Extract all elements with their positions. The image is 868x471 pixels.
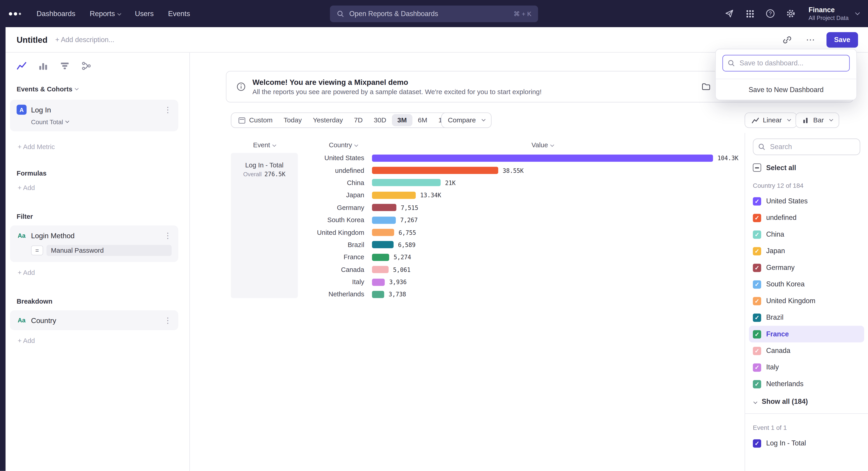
aggregation-label: Count Total — [31, 119, 63, 125]
filter-value-field[interactable]: Manual Password — [46, 245, 172, 256]
breakdown-card-country[interactable]: Aa Country ⋮ — [10, 310, 178, 330]
nav-events[interactable]: Events — [168, 9, 190, 18]
bar-track: 38.55K — [372, 167, 745, 174]
range-custom[interactable]: Custom — [233, 114, 278, 126]
breakdown-kebab-icon[interactable]: ⋮ — [164, 316, 172, 324]
filter-section-label: Filter — [17, 213, 189, 220]
checkbox-brazil[interactable]: ✓ — [753, 313, 761, 322]
bar-value-label: 38.55K — [503, 167, 524, 174]
range-yesterday[interactable]: Yesterday — [307, 114, 348, 126]
compare-button[interactable]: Compare — [441, 112, 491, 128]
add-filter-button[interactable]: + Add — [18, 269, 189, 276]
bar-japan[interactable] — [372, 192, 416, 199]
column-header-value[interactable]: Value — [372, 141, 713, 149]
project-switcher[interactable]: Finance All Project Data — [809, 6, 859, 21]
checkbox-japan[interactable]: ✓ — [753, 247, 761, 255]
bar-value-label: 3,738 — [389, 291, 406, 298]
checkbox-italy[interactable]: ✓ — [753, 363, 761, 372]
bar-south-korea[interactable] — [372, 216, 396, 224]
flows-icon[interactable] — [80, 60, 92, 72]
range-30d[interactable]: 30D — [368, 114, 392, 126]
bar-chart-icon[interactable] — [37, 60, 49, 72]
country-item-italy[interactable]: ✓Italy — [749, 359, 864, 376]
add-metric-button[interactable]: + Add Metric — [18, 143, 189, 151]
checkbox-china[interactable]: ✓ — [753, 230, 761, 239]
checkbox-united-states[interactable]: ✓ — [753, 197, 761, 205]
country-item-united-states[interactable]: ✓United States — [749, 193, 864, 209]
filter-kebab-icon[interactable]: ⋮ — [164, 232, 172, 239]
legend-search-input[interactable] — [753, 139, 860, 155]
checkbox-netherlands[interactable]: ✓ — [753, 380, 761, 388]
metric-card-log-in[interactable]: A Log In ⋮ Count Total — [10, 100, 178, 131]
bar-france[interactable] — [372, 254, 389, 261]
bar-china[interactable] — [372, 179, 441, 186]
range-7d[interactable]: 7D — [348, 114, 368, 126]
country-item-netherlands[interactable]: ✓Netherlands — [749, 376, 864, 392]
bar-netherlands[interactable] — [372, 291, 384, 298]
add-description-placeholder[interactable]: + Add description... — [55, 36, 114, 43]
funnel-icon[interactable] — [59, 60, 71, 72]
save-to-dashboard-input[interactable] — [722, 55, 850, 71]
country-item-undefined[interactable]: ✓undefined — [749, 209, 864, 226]
bar-undefined[interactable] — [372, 167, 498, 174]
checkbox-south-korea[interactable]: ✓ — [753, 280, 761, 289]
filter-card-login-method[interactable]: Aa Login Method ⋮ = Manual Password — [10, 226, 178, 262]
save-button[interactable]: Save — [827, 32, 858, 48]
country-item-canada[interactable]: ✓Canada — [749, 342, 864, 359]
range-3m[interactable]: 3M — [392, 114, 412, 126]
country-item-germany[interactable]: ✓Germany — [749, 259, 864, 276]
country-item-brazil[interactable]: ✓Brazil — [749, 309, 864, 326]
nav-dashboards[interactable]: Dashboards — [37, 9, 75, 18]
event-item-log-in-total[interactable]: ✓Log In - Total — [749, 435, 864, 451]
range-today[interactable]: Today — [278, 114, 307, 126]
column-header-event[interactable]: Event — [231, 141, 298, 149]
column-header-country[interactable]: Country — [310, 141, 376, 149]
range-6m[interactable]: 6M — [412, 114, 433, 126]
bar-brazil[interactable] — [372, 241, 394, 248]
checkbox-united-kingdom[interactable]: ✓ — [753, 297, 761, 305]
checkbox-undefined[interactable]: ✓ — [753, 213, 761, 222]
add-formula-button[interactable]: + Add — [18, 184, 189, 192]
bar-italy[interactable] — [372, 278, 385, 286]
nav-reports[interactable]: Reports — [90, 9, 121, 18]
copy-link-icon[interactable] — [780, 32, 794, 47]
apps-grid-icon[interactable] — [745, 8, 755, 19]
report-title[interactable]: Untitled — [17, 35, 48, 45]
global-search[interactable]: Open Reports & Dashboards ⌘ + K — [330, 5, 538, 22]
checkbox-germany[interactable]: ✓ — [753, 263, 761, 272]
bar-united-states[interactable] — [372, 154, 713, 162]
checkbox-log-in-total[interactable]: ✓ — [753, 439, 761, 447]
bar-germany[interactable] — [372, 204, 397, 211]
help-icon[interactable]: ? — [765, 8, 775, 19]
check-icon: ✓ — [754, 265, 760, 271]
send-icon[interactable] — [724, 8, 735, 19]
country-item-china[interactable]: ✓China — [749, 226, 864, 242]
nav-users[interactable]: Users — [135, 9, 154, 18]
filter-operator[interactable]: = — [31, 245, 43, 256]
country-item-south-korea[interactable]: ✓South Korea — [749, 276, 864, 293]
country-item-france[interactable]: ✓France — [749, 326, 864, 342]
save-to-new-dashboard-option[interactable]: Save to New Dashboard — [716, 79, 857, 100]
mixpanel-logo[interactable] — [9, 12, 21, 16]
scale-selector-button[interactable]: Linear — [745, 112, 797, 128]
bar-united-kingdom[interactable] — [372, 229, 394, 236]
checkbox-canada[interactable]: ✓ — [753, 347, 761, 355]
nav-right-cluster: ? Finance All Project Data — [724, 6, 859, 21]
metric-kebab-icon[interactable]: ⋮ — [164, 106, 172, 114]
check-icon: ✓ — [754, 331, 760, 337]
chart-type-selector-button[interactable]: Bar — [796, 112, 839, 128]
events-cohorts-section-label[interactable]: Events & Cohorts — [17, 85, 189, 93]
more-options-icon[interactable]: ⋯ — [803, 32, 817, 47]
add-breakdown-button[interactable]: + Add — [18, 337, 189, 345]
bar-canada[interactable] — [372, 266, 389, 273]
bar-value-label: 5,061 — [393, 266, 410, 273]
insights-chart-icon[interactable] — [16, 60, 28, 72]
country-item-japan[interactable]: ✓Japan — [749, 243, 864, 259]
aggregation-selector[interactable]: Count Total — [31, 119, 172, 125]
country-item-united-kingdom[interactable]: ✓United Kingdom — [749, 293, 864, 309]
select-all-row[interactable]: Select all — [753, 163, 860, 172]
settings-gear-icon[interactable] — [786, 8, 796, 19]
checkbox-france[interactable]: ✓ — [753, 330, 761, 338]
show-all-button[interactable]: Show all (184) — [753, 398, 860, 405]
select-all-checkbox[interactable] — [753, 163, 761, 172]
